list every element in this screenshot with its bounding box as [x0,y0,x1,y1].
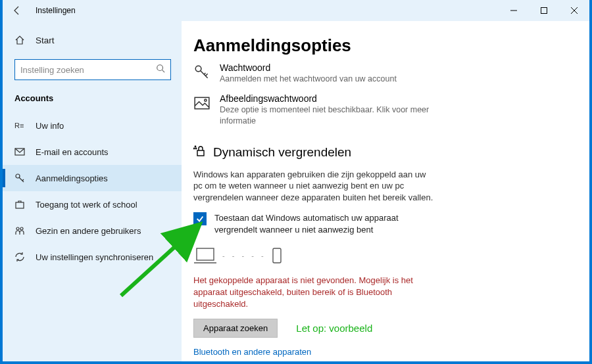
dynamic-lock-icon [193,145,207,161]
search-input[interactable] [14,59,171,80]
option-title: Afbeeldingswachtwoord [220,93,443,104]
minimize-button[interactable] [499,0,529,21]
window-title: Instellingen [36,6,76,15]
category-heading: Accounts [3,89,182,112]
mail-icon [14,147,25,157]
family-icon [14,225,25,236]
dynamic-lock-checkbox-label: Toestaan dat Windows automatisch uw appa… [214,212,438,235]
svg-point-17 [193,148,194,148]
link-bluetooth[interactable]: Bluetooth en andere apparaten [193,347,563,357]
find-device-button[interactable]: Apparaat zoeken [193,319,278,338]
option-desc: Deze optie is momenteel niet beschikbaar… [220,104,443,126]
devices-diagram: - - - - - [193,247,563,264]
picture-icon [193,95,210,112]
svg-line-5 [162,70,165,73]
svg-point-4 [157,65,163,71]
svg-point-12 [195,66,201,72]
svg-point-18 [195,148,196,148]
svg-text:R≡: R≡ [14,122,24,129]
connection-dots: - - - - - [222,252,266,260]
back-button[interactable] [3,0,32,21]
svg-rect-20 [273,248,281,263]
sidebar-item-mail[interactable]: E-mail en accounts [3,139,182,165]
option-password[interactable]: Wachtwoord Aanmelden met het wachtwoord … [193,62,563,84]
sidebar-item-user[interactable]: R≡Uw info [3,112,182,139]
svg-rect-19 [197,248,214,260]
sidebar-item-label: E-mail en accounts [36,147,109,157]
sidebar-item-label: Gezin en andere gebruikers [36,226,141,236]
sidebar-item-key[interactable]: Aanmeldingsopties [3,165,182,191]
svg-rect-15 [197,150,204,156]
svg-point-14 [205,99,207,101]
dynamic-lock-heading: Dynamisch vergrendelen [193,145,563,161]
sidebar-item-family[interactable]: Gezin en andere gebruikers [3,217,182,244]
briefcase-icon [14,199,25,210]
sidebar-item-briefcase[interactable]: Toegang tot werk of school [3,191,182,217]
sidebar-item-label: Uw info [36,121,64,131]
svg-rect-13 [195,98,209,109]
option-desc: Aanmelden met het wachtwoord van uw acco… [220,74,397,84]
sync-icon [14,252,25,262]
dynamic-lock-desc: Windows kan apparaten gebruiken die zijn… [193,169,437,204]
home-label: Start [36,35,55,45]
sidebar-item-label: Uw instellingen synchroniseren [36,252,153,262]
sidebar-item-sync[interactable]: Uw instellingen synchroniseren [3,244,182,270]
svg-rect-9 [16,202,24,208]
key-icon [14,173,25,183]
settings-window: Instellingen Start [3,0,589,361]
sidebar-item-label: Toegang tot werk of school [36,200,137,210]
svg-rect-1 [541,8,547,14]
maximize-button[interactable] [529,0,559,21]
user-icon: R≡ [14,120,25,131]
example-annotation: Let op: voorbeeld [296,323,372,334]
home-button[interactable]: Start [3,28,182,53]
svg-point-10 [16,227,19,230]
key-icon [193,64,210,81]
dynamic-lock-error: Het gekoppelde apparaat is niet gevonden… [193,275,443,309]
svg-point-16 [195,146,195,147]
laptop-icon [193,247,217,264]
sidebar: Start Accounts R≡Uw infoE-mail en accoun… [3,21,182,361]
main-content: Aanmeldingsopties Wachtwoord Aanmelden m… [182,21,589,361]
dynamic-lock-checkbox[interactable] [193,212,207,225]
phone-icon [272,247,282,264]
option-title: Wachtwoord [220,62,397,73]
titlebar: Instellingen [3,0,589,21]
home-icon [14,35,25,45]
page-title: Aanmeldingsopties [193,35,563,56]
search-icon [156,64,165,76]
close-button[interactable] [559,0,589,21]
svg-point-11 [20,227,23,230]
option-picture-password[interactable]: Afbeeldingswachtwoord Deze optie is mome… [193,93,563,126]
sidebar-item-label: Aanmeldingsopties [36,173,108,183]
